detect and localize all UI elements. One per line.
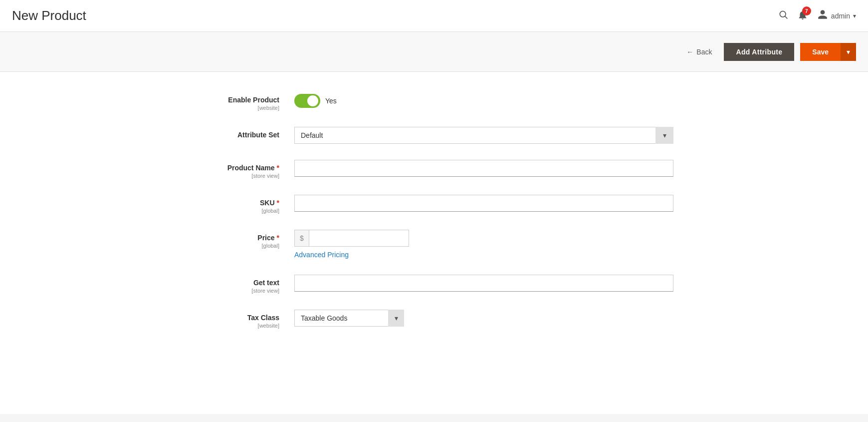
- price-row: Price* [global] $ Advanced Pricing: [155, 230, 713, 259]
- enable-product-toggle-label: Yes: [325, 97, 337, 105]
- save-dropdown-arrow-icon: ▾: [847, 48, 850, 56]
- user-chevron-icon: ▾: [853, 12, 856, 19]
- toggle-slider: [294, 94, 320, 108]
- price-currency-symbol: $: [294, 230, 309, 247]
- product-name-row: Product Name* [store view]: [155, 160, 713, 179]
- get-text-field: [294, 275, 673, 292]
- tax-class-scope: [website]: [155, 323, 279, 329]
- attribute-set-row: Attribute Set Default Custom ▾: [155, 127, 713, 144]
- svg-line-1: [785, 16, 788, 19]
- product-name-required: *: [277, 164, 279, 172]
- tax-class-row: Tax Class [website] None Taxable Goods S…: [155, 310, 713, 329]
- price-input[interactable]: [309, 230, 409, 247]
- notification-badge: 7: [802, 6, 811, 15]
- back-label: Back: [696, 48, 712, 56]
- header-actions: 7 admin ▾: [778, 9, 856, 23]
- product-name-field: [294, 160, 673, 177]
- sku-input[interactable]: [294, 195, 673, 212]
- enable-product-label: Enable Product: [155, 96, 279, 104]
- save-dropdown-button[interactable]: ▾: [841, 43, 856, 61]
- add-attribute-button[interactable]: Add Attribute: [724, 43, 794, 61]
- sku-field: [294, 195, 673, 212]
- tax-class-label: Tax Class: [155, 314, 279, 322]
- product-name-label: Product Name*: [155, 164, 279, 172]
- tax-class-select[interactable]: None Taxable Goods Shipping: [294, 310, 404, 327]
- price-field: $ Advanced Pricing: [294, 230, 673, 259]
- product-name-input[interactable]: [294, 160, 673, 177]
- back-button[interactable]: ← Back: [680, 44, 718, 60]
- header: New Product 7 admin ▾: [0, 0, 868, 32]
- form-container: Enable Product [website] Yes Attribute S…: [135, 92, 733, 329]
- get-text-label-group: Get text [store view]: [155, 275, 294, 294]
- tax-class-field: None Taxable Goods Shipping ▾: [294, 310, 673, 327]
- attribute-set-label: Attribute Set: [155, 131, 279, 139]
- tax-class-label-group: Tax Class [website]: [155, 310, 294, 329]
- enable-product-field: Yes: [294, 92, 673, 108]
- attribute-set-field: Default Custom ▾: [294, 127, 673, 144]
- attribute-set-select-wrapper: Default Custom ▾: [294, 127, 673, 144]
- enable-product-row: Enable Product [website] Yes: [155, 92, 713, 111]
- price-required: *: [277, 234, 279, 242]
- price-input-wrapper: $: [294, 230, 384, 247]
- user-menu[interactable]: admin ▾: [817, 9, 856, 23]
- tax-class-select-wrapper: None Taxable Goods Shipping ▾: [294, 310, 404, 327]
- sku-label-group: SKU* [global]: [155, 195, 294, 214]
- product-name-label-group: Product Name* [store view]: [155, 160, 294, 179]
- notification-bell[interactable]: 7: [797, 9, 808, 22]
- sku-scope: [global]: [155, 208, 279, 214]
- get-text-input[interactable]: [294, 275, 673, 292]
- get-text-row: Get text [store view]: [155, 275, 713, 294]
- attribute-set-select[interactable]: Default Custom: [294, 127, 673, 144]
- sku-row: SKU* [global]: [155, 195, 713, 214]
- user-icon: [817, 9, 828, 23]
- search-icon[interactable]: [778, 9, 788, 22]
- product-name-scope: [store view]: [155, 173, 279, 179]
- svg-point-0: [780, 11, 786, 17]
- enable-product-scope: [website]: [155, 105, 279, 111]
- toggle-container: Yes: [294, 92, 673, 108]
- sku-required: *: [277, 199, 279, 207]
- user-name: admin: [831, 12, 850, 20]
- toolbar: ← Back Add Attribute Save ▾: [0, 32, 868, 72]
- attribute-set-label-group: Attribute Set: [155, 127, 294, 139]
- price-label-group: Price* [global]: [155, 230, 294, 249]
- sku-label: SKU*: [155, 199, 279, 207]
- advanced-pricing-link[interactable]: Advanced Pricing: [294, 251, 673, 259]
- save-button[interactable]: Save: [800, 43, 841, 61]
- get-text-label: Get text: [155, 279, 279, 287]
- main-content: Enable Product [website] Yes Attribute S…: [0, 72, 868, 414]
- back-arrow-icon: ←: [686, 48, 693, 56]
- enable-product-toggle[interactable]: [294, 94, 320, 108]
- enable-product-label-group: Enable Product [website]: [155, 92, 294, 111]
- price-scope: [global]: [155, 243, 279, 249]
- get-text-scope: [store view]: [155, 288, 279, 294]
- page-title: New Product: [12, 8, 86, 23]
- save-button-group: Save ▾: [800, 43, 856, 61]
- price-label: Price*: [155, 234, 279, 242]
